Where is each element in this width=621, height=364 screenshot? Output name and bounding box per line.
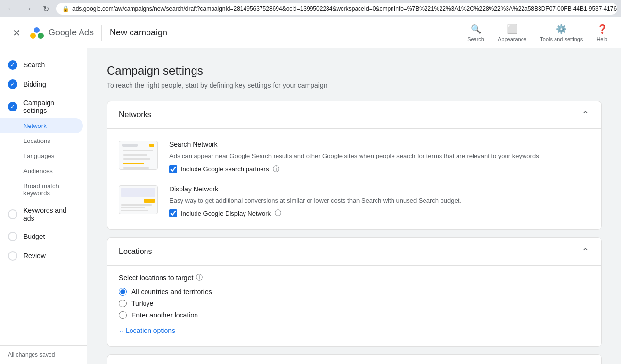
sidebar-section-review: Review: [0, 247, 87, 265]
sidebar-subitem-label-audiences: Audiences: [23, 167, 53, 174]
location-options-chevron-icon: ⌄: [119, 327, 124, 334]
search-label: Search: [467, 36, 484, 42]
radio-another-location[interactable]: [119, 311, 127, 319]
google-ads-logo[interactable]: Google Ads: [29, 25, 94, 41]
radio-row-another-location[interactable]: Enter another location: [119, 311, 589, 319]
all-changes-saved-text: All changes saved: [8, 351, 55, 358]
display-network-checkbox-row: Include Google Display Network ⓘ: [169, 209, 589, 218]
step-icon-campaign-settings: ✓: [8, 102, 17, 111]
search-network-desc: Ads can appear near Google Search result…: [169, 151, 589, 161]
campaign-title-text: New campaign: [110, 28, 167, 38]
sidebar-subitem-label-network: Network: [23, 122, 47, 129]
sidebar-item-budget[interactable]: Budget: [0, 228, 83, 245]
help-button[interactable]: ❓ Help: [590, 20, 613, 46]
sidebar-item-review[interactable]: Review: [0, 247, 83, 265]
step-icon-search: ✓: [8, 60, 17, 70]
networks-section-header[interactable]: Networks ⌃: [107, 101, 601, 129]
sidebar-subitem-languages[interactable]: Languages: [0, 148, 83, 163]
search-header-button[interactable]: 🔍 Search: [461, 20, 490, 46]
radio-label-turkiye: Turkiye: [131, 300, 153, 307]
display-network-info: Display Network Easy way to get addition…: [169, 185, 589, 218]
location-options-label: Location options: [126, 327, 175, 334]
search-partners-label: Include Google search partners: [181, 165, 269, 173]
sidebar-section-campaign-settings: ✓ Campaign settings Network Locations La…: [0, 95, 87, 201]
sidebar-label-search: Search: [23, 61, 45, 69]
locations-chevron-icon: ⌃: [581, 246, 589, 257]
sidebar-item-keywords[interactable]: Keywords and ads: [0, 203, 83, 226]
search-partners-checkbox-row: Include Google search partners ⓘ: [169, 165, 589, 174]
main-content: Campaign settings To reach the right peo…: [87, 48, 621, 364]
radio-label-another-location: Enter another location: [131, 311, 198, 319]
networks-chevron-icon: ⌃: [581, 109, 589, 121]
locations-section: Locations ⌃ Select locations to target ⓘ…: [107, 237, 602, 347]
sidebar-item-bidding[interactable]: ✓ Bidding: [0, 76, 83, 93]
locations-section-header[interactable]: Locations ⌃: [107, 238, 601, 266]
search-partners-checkbox[interactable]: [169, 165, 177, 173]
locations-title: Locations: [119, 247, 152, 256]
google-ads-logo-icon: [29, 25, 45, 41]
radio-all-countries[interactable]: [119, 288, 127, 296]
networks-section: Networks ⌃: [107, 101, 602, 230]
sidebar-label-keywords: Keywords and ads: [23, 206, 75, 222]
radio-row-all-countries[interactable]: All countries and territories: [119, 288, 589, 296]
lock-icon: 🔒: [62, 5, 69, 12]
address-bar[interactable]: 🔒 ads.google.com/aw/campaigns/new/search…: [56, 3, 617, 15]
sidebar: ✓ Search ✓ Bidding ✓ Campaign settings N…: [0, 48, 87, 364]
display-network-label: Include Google Display Network: [181, 210, 271, 217]
sidebar-subitem-broad-match-keywords[interactable]: Broad match keywords: [0, 178, 83, 201]
svg-point-2: [34, 27, 40, 33]
locations-body: Select locations to target ⓘ All countri…: [107, 266, 601, 346]
app-layout: ✓ Search ✓ Bidding ✓ Campaign settings N…: [0, 48, 621, 364]
sidebar-section-keywords: Keywords and ads: [0, 203, 87, 226]
sidebar-bottom: All changes saved: [0, 345, 87, 364]
locations-select-label: Select locations to target ⓘ: [119, 273, 589, 282]
app-header: ✕ Google Ads New campaign 🔍 Search ⬜ App…: [0, 17, 621, 48]
display-network-name: Display Network: [169, 185, 589, 193]
tools-settings-button[interactable]: ⚙️ Tools and settings: [534, 20, 588, 46]
url-text: ads.google.com/aw/campaigns/new/search/d…: [72, 5, 617, 12]
sidebar-label-bidding: Bidding: [23, 80, 46, 88]
browser-bar: ← → ↻ 🔒 ads.google.com/aw/campaigns/new/…: [0, 0, 621, 17]
sidebar-item-campaign-settings[interactable]: ✓ Campaign settings: [0, 95, 83, 118]
search-partners-help-icon[interactable]: ⓘ: [273, 165, 279, 174]
sidebar-label-campaign-settings: Campaign settings: [23, 99, 75, 114]
forward-button[interactable]: →: [21, 2, 35, 16]
step-icon-review: [8, 251, 17, 261]
location-options-link[interactable]: ⌄ Location options: [119, 327, 175, 334]
networks-section-body: Search Network Ads can appear near Googl…: [107, 129, 601, 229]
sidebar-subitem-locations[interactable]: Locations: [0, 133, 83, 148]
languages-section-header[interactable]: Languages ⌃: [107, 355, 601, 364]
search-icon: 🔍: [471, 24, 481, 34]
svg-point-1: [38, 33, 44, 39]
app-name-text: Google Ads: [49, 28, 94, 38]
display-network-preview: [119, 185, 158, 214]
sidebar-subitem-network[interactable]: Network: [0, 118, 83, 133]
step-icon-keywords: [8, 209, 17, 219]
display-network-desc: Easy way to get additional conversions a…: [169, 196, 589, 206]
radio-row-turkiye[interactable]: Turkiye: [119, 300, 589, 307]
appearance-icon: ⬜: [507, 24, 518, 34]
search-network-preview: [119, 141, 158, 170]
header-divider: [101, 25, 102, 41]
sidebar-item-search[interactable]: ✓ Search: [0, 56, 83, 74]
back-button[interactable]: ←: [4, 2, 17, 16]
radio-label-all-countries: All countries and territories: [131, 288, 212, 296]
sidebar-subitem-label-locations: Locations: [23, 137, 50, 144]
tools-icon: ⚙️: [556, 24, 567, 34]
sidebar-section-bidding: ✓ Bidding: [0, 76, 87, 93]
sidebar-subitem-audiences[interactable]: Audiences: [0, 163, 83, 178]
locations-help-icon[interactable]: ⓘ: [196, 273, 203, 282]
sidebar-label-review: Review: [23, 252, 46, 260]
display-network-checkbox[interactable]: [169, 209, 177, 217]
refresh-button[interactable]: ↻: [39, 2, 52, 16]
display-network-row: Display Network Easy way to get addition…: [119, 185, 589, 218]
step-icon-bidding: ✓: [8, 79, 17, 89]
appearance-button[interactable]: ⬜ Appearance: [492, 20, 532, 46]
sidebar-subitem-label-broad-match: Broad match keywords: [23, 182, 75, 197]
header-right: 🔍 Search ⬜ Appearance ⚙️ Tools and setti…: [461, 20, 613, 46]
radio-turkiye[interactable]: [119, 300, 127, 307]
close-button[interactable]: ✕: [8, 24, 25, 42]
display-network-help-icon[interactable]: ⓘ: [275, 209, 281, 218]
search-network-row: Search Network Ads can appear near Googl…: [119, 141, 589, 174]
step-icon-budget: [8, 232, 17, 241]
